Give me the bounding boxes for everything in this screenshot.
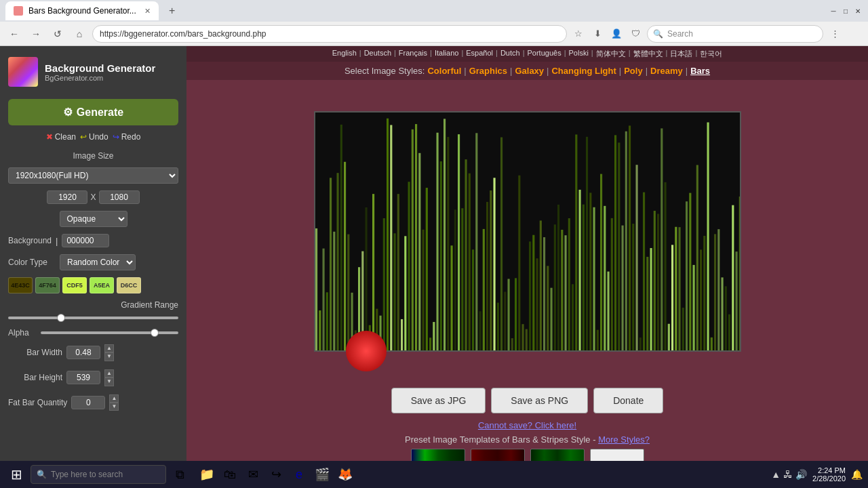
- drag-handle[interactable]: [346, 331, 387, 371]
- bar-height-down[interactable]: ▼: [104, 378, 114, 386]
- style-dreamy[interactable]: Dreamy: [650, 66, 683, 76]
- donate-button[interactable]: Donate: [593, 388, 663, 413]
- height-input[interactable]: 1080: [99, 190, 140, 204]
- bar-height-input[interactable]: 539: [66, 371, 100, 384]
- style-colorful[interactable]: Colorful: [427, 66, 461, 76]
- start-button[interactable]: ⊞: [5, 464, 28, 485]
- style-poly[interactable]: Poly: [624, 66, 642, 76]
- action-buttons: Save as JPG Save as PNG Donate: [186, 382, 868, 419]
- background-color-input[interactable]: 000000: [62, 234, 109, 247]
- style-galaxy[interactable]: Galaxy: [515, 66, 544, 76]
- close-window-button[interactable]: ✕: [853, 6, 863, 16]
- opacity-select[interactable]: Opaque Transparent: [60, 211, 127, 227]
- refresh-button[interactable]: ↺: [49, 25, 66, 43]
- lang-italiano[interactable]: Italiano: [435, 49, 458, 59]
- taskbar-explorer-icon[interactable]: 📁: [196, 464, 218, 485]
- gradient-range-slider[interactable]: [8, 317, 178, 319]
- task-view-icon[interactable]: ⧉: [169, 464, 191, 485]
- cannot-save-link[interactable]: Cannot save? Click here!: [478, 420, 576, 430]
- lang-espanol[interactable]: Español: [466, 49, 493, 59]
- generate-button[interactable]: ⚙ Generate: [8, 99, 178, 125]
- swatch-4[interactable]: D6CC: [117, 277, 141, 293]
- forward-button[interactable]: →: [27, 25, 45, 43]
- lang-portugues[interactable]: Português: [527, 49, 561, 59]
- taskbar-icons: 📁 🛍 ✉ ↪ e 🎬 🦊: [196, 464, 356, 485]
- svg-rect-43: [465, 159, 467, 350]
- taskbar-search[interactable]: 🔍 Type here to search: [31, 465, 166, 484]
- tab-close-icon[interactable]: ✕: [144, 7, 151, 16]
- swatch-2[interactable]: CDF5: [62, 277, 87, 293]
- svg-rect-4: [326, 292, 328, 350]
- taskbar-store-icon[interactable]: 🛍: [219, 464, 241, 485]
- svg-rect-31: [422, 229, 424, 350]
- svg-rect-106: [689, 192, 691, 350]
- preview-image: [314, 111, 741, 352]
- fat-bar-quantity-input[interactable]: 0: [71, 396, 105, 409]
- menu-icon[interactable]: ⋮: [827, 26, 842, 41]
- bar-width-down[interactable]: ▼: [104, 352, 114, 361]
- lang-francais[interactable]: Français: [399, 49, 427, 59]
- back-button[interactable]: ←: [5, 25, 23, 43]
- alpha-slider[interactable]: [41, 331, 178, 334]
- undo-button[interactable]: ↩ Undo: [80, 132, 108, 142]
- save-jpg-button[interactable]: Save as JPG: [391, 388, 486, 413]
- taskbar-mail-icon[interactable]: ✉: [242, 464, 264, 485]
- tray-icon-1[interactable]: ▲: [771, 469, 781, 480]
- fat-bar-down[interactable]: ▼: [109, 403, 119, 411]
- taskbar-arrow-icon[interactable]: ↪: [265, 464, 287, 485]
- taskbar-video-icon[interactable]: 🎬: [311, 464, 333, 485]
- lang-deutsch[interactable]: Deutsch: [364, 49, 391, 59]
- save-png-button[interactable]: Save as PNG: [491, 388, 588, 413]
- svg-rect-95: [650, 247, 652, 350]
- lang-korean[interactable]: 한국어: [700, 49, 722, 59]
- maximize-button[interactable]: □: [841, 6, 850, 16]
- shield-icon[interactable]: 🛡: [628, 26, 643, 41]
- lang-dutch[interactable]: Dutch: [500, 49, 520, 59]
- profile-icon[interactable]: 👤: [609, 26, 624, 41]
- browser-search-box[interactable]: 🔍 Search: [647, 25, 823, 43]
- minimize-button[interactable]: ─: [829, 6, 838, 16]
- bar-height-up[interactable]: ▲: [104, 369, 114, 378]
- home-button[interactable]: ⌂: [71, 25, 88, 43]
- svg-rect-85: [614, 135, 616, 350]
- bookmark-icon[interactable]: ☆: [571, 26, 586, 41]
- lang-polski[interactable]: Polski: [569, 49, 589, 59]
- system-clock[interactable]: 2:24 PM 2/28/2020: [812, 466, 846, 483]
- taskbar-ie-icon[interactable]: e: [288, 464, 310, 485]
- image-size-select[interactable]: 1920x1080(Full HD) 800x600 868x488 2560…: [8, 167, 178, 184]
- download-icon[interactable]: ⬇: [590, 26, 605, 41]
- lang-english[interactable]: English: [332, 49, 357, 59]
- volume-icon[interactable]: 🔊: [795, 469, 807, 480]
- bar-width-input[interactable]: 0.48: [66, 346, 100, 359]
- network-icon[interactable]: 🖧: [783, 469, 793, 480]
- style-bars[interactable]: Bars: [690, 66, 710, 76]
- svg-rect-17: [372, 194, 374, 350]
- swatch-3[interactable]: A5EA: [90, 277, 114, 293]
- taskbar-firefox-icon[interactable]: 🦊: [334, 464, 356, 485]
- svg-rect-52: [496, 302, 498, 350]
- color-type-select[interactable]: Random Color Single Color Gradient: [60, 254, 136, 270]
- swatch-1[interactable]: 4F764: [35, 277, 60, 293]
- svg-rect-103: [678, 227, 680, 350]
- lang-chinese-traditional[interactable]: 繁體中文: [633, 49, 663, 59]
- redo-button[interactable]: ↪ Redo: [113, 132, 141, 142]
- fat-bar-up[interactable]: ▲: [109, 394, 119, 403]
- more-styles-link[interactable]: More Styles?: [598, 434, 650, 445]
- width-input[interactable]: 1920: [47, 190, 87, 204]
- fat-bar-quantity-stepper[interactable]: ▲ ▼: [109, 394, 119, 411]
- bar-height-stepper[interactable]: ▲ ▼: [104, 369, 114, 386]
- swatch-0[interactable]: 4E43C: [8, 277, 33, 293]
- svg-rect-21: [387, 118, 389, 350]
- browser-tab[interactable]: Bars Background Generator... ✕: [5, 1, 159, 20]
- style-changing-light[interactable]: Changing Light: [551, 66, 616, 76]
- lang-chinese-simplified[interactable]: 简体中文: [596, 49, 626, 59]
- style-graphics[interactable]: Graphics: [469, 66, 507, 76]
- bar-width-stepper[interactable]: ▲ ▼: [104, 344, 114, 361]
- bar-width-up[interactable]: ▲: [104, 344, 114, 352]
- address-bar[interactable]: https://bggenerator.com/bars_background.…: [92, 25, 567, 43]
- clean-button[interactable]: ✖ Clean: [46, 132, 76, 142]
- notification-icon[interactable]: 🔔: [851, 469, 863, 480]
- lang-japanese[interactable]: 日本語: [670, 49, 692, 59]
- new-tab-button[interactable]: +: [164, 3, 180, 19]
- svg-rect-71: [564, 235, 566, 350]
